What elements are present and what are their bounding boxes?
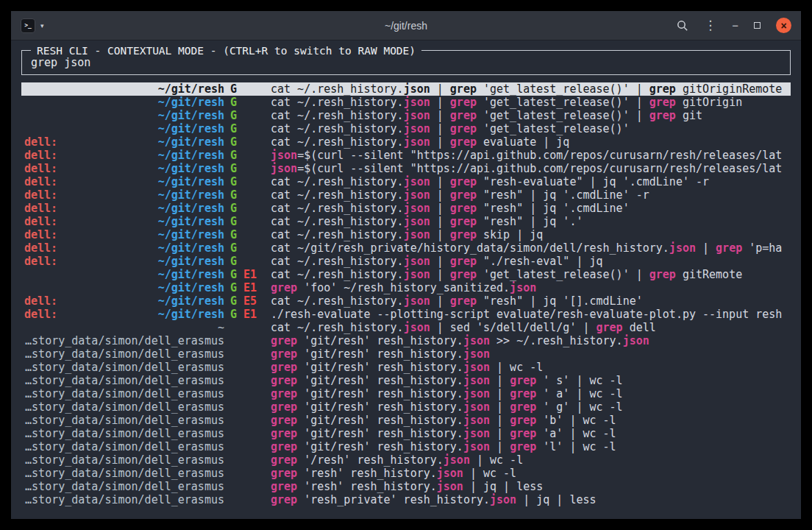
directory-path: ~/git/resh <box>158 82 224 96</box>
terminal-window: >_ ▾ ~/git/resh ⋮ − × <box>11 11 801 519</box>
directory-path: ~/git/resh <box>158 294 224 308</box>
history-row[interactable]: ~/git/reshG E1grep 'foo' ~/resh_history_… <box>21 281 791 294</box>
new-terminal-button[interactable]: >_ ▾ <box>21 18 44 33</box>
history-row[interactable]: …story_data/simon/dell_erasmusgrep 'git/… <box>21 400 791 414</box>
command-text: cat ~/.resh_history.json | grep "resh-ev… <box>271 175 788 188</box>
history-row[interactable]: dell:~/git/reshGcat ~/.resh_history.json… <box>21 202 791 215</box>
command-text: cat ~/.resh_history.json | grep 'get_lat… <box>271 109 788 122</box>
status-flags: G <box>230 135 263 149</box>
history-row[interactable]: ~/git/reshG E1cat ~/.resh_history.json |… <box>21 268 791 281</box>
history-row[interactable]: ~cat ~/.resh_history.json | sed 's/dell/… <box>21 321 791 334</box>
history-row[interactable]: dell:~/git/reshGcat ~/.resh_history.json… <box>21 215 791 228</box>
directory-path: ~/git/resh <box>158 215 224 228</box>
directory-path: …story_data/simon/dell_erasmus <box>25 400 224 414</box>
history-row[interactable]: dell:~/git/reshGjson=$(curl --silent "ht… <box>21 149 791 162</box>
directory-path: ~/git/resh <box>158 255 224 268</box>
directory-path: ~/git/resh <box>158 188 224 202</box>
directory-path: ~/git/resh <box>158 228 224 241</box>
directory-path: …story_data/simon/dell_erasmus <box>25 493 224 506</box>
context-cell: dell:~/git/resh <box>24 135 224 149</box>
history-row[interactable]: dell:~/git/reshGcat ~/.resh_history.json… <box>21 255 791 268</box>
search-button[interactable] <box>677 20 688 32</box>
context-cell: …story_data/simon/dell_erasmus <box>24 347 224 361</box>
status-flags: G <box>230 162 263 175</box>
context-cell: dell:~/git/resh <box>24 294 224 308</box>
history-row[interactable]: dell:~/git/reshGcat ~/git/resh_private/h… <box>21 241 791 255</box>
history-row[interactable]: ~/git/reshGcat ~/.resh_history.json | gr… <box>21 122 791 135</box>
context-cell: …story_data/simon/dell_erasmus <box>24 387 224 400</box>
command-text: grep 'resh' resh_history.json | wc -l <box>271 467 788 480</box>
history-row[interactable]: …story_data/simon/dell_erasmusgrep 'git/… <box>21 334 791 347</box>
history-row[interactable]: …story_data/simon/dell_erasmusgrep 'git/… <box>21 361 791 374</box>
directory-path: …story_data/simon/dell_erasmus <box>25 387 224 400</box>
history-row[interactable]: dell:~/git/reshGcat ~/.resh_history.json… <box>21 135 791 149</box>
context-cell: ~/git/resh <box>24 122 224 135</box>
context-cell: …story_data/simon/dell_erasmus <box>24 374 224 387</box>
history-row[interactable]: ~/git/reshGcat ~/.resh_history.json | gr… <box>21 96 791 109</box>
titlebar[interactable]: >_ ▾ ~/git/resh ⋮ − × <box>11 11 801 40</box>
history-row[interactable]: …story_data/simon/dell_erasmusgrep 'git/… <box>21 427 791 440</box>
history-row[interactable]: dell:~/git/reshGcat ~/.resh_history.json… <box>21 228 791 241</box>
context-cell: …story_data/simon/dell_erasmus <box>24 400 224 414</box>
menu-button[interactable]: ⋮ <box>704 19 716 32</box>
history-row[interactable]: …story_data/simon/dell_erasmusgrep 'git/… <box>21 414 791 427</box>
command-text: cat ~/.resh_history.json | grep "resh" |… <box>271 202 788 215</box>
context-cell: dell:~/git/resh <box>24 175 224 188</box>
history-row[interactable]: …story_data/simon/dell_erasmusgrep 'git/… <box>21 374 791 387</box>
history-row[interactable]: ~/git/reshGcat ~/.resh_history.json | gr… <box>21 109 791 122</box>
context-cell: …story_data/simon/dell_erasmus <box>24 453 224 467</box>
command-text: grep 'git/resh' resh_history.json | grep… <box>271 400 788 414</box>
context-cell: …story_data/simon/dell_erasmus <box>24 414 224 427</box>
status-flags: G <box>230 175 263 188</box>
context-cell: ~ <box>24 321 224 334</box>
context-cell: …story_data/simon/dell_erasmus <box>24 427 224 440</box>
close-button[interactable]: × <box>776 18 791 33</box>
command-text: cat ~/.resh_history.json | grep 'get_lat… <box>271 82 788 96</box>
context-cell: dell:~/git/resh <box>24 215 224 228</box>
command-text: grep 'git/resh' resh_history.json | grep… <box>271 414 788 427</box>
minimize-button[interactable]: − <box>732 20 738 31</box>
history-row[interactable]: dell:~/git/reshGcat ~/.resh_history.json… <box>21 175 791 188</box>
restore-button[interactable] <box>754 22 761 29</box>
host-label: dell: <box>24 215 57 228</box>
status-flags: G E1 <box>230 268 263 281</box>
history-row[interactable]: …story_data/simon/dell_erasmusgrep 'resh… <box>21 493 791 506</box>
command-text: cat ~/git/resh_private/history_data/simo… <box>271 241 788 255</box>
close-icon: × <box>780 20 786 32</box>
history-row[interactable]: dell:~/git/reshGcat ~/.resh_history.json… <box>21 188 791 202</box>
history-row[interactable]: …story_data/simon/dell_erasmusgrep 'git/… <box>21 440 791 453</box>
history-row[interactable]: ~/git/reshGcat ~/.resh_history.json | gr… <box>21 82 791 96</box>
directory-path: ~/git/resh <box>158 202 224 215</box>
history-row[interactable]: dell:~/git/reshGjson=$(curl --silent "ht… <box>21 162 791 175</box>
command-text: grep 'git/resh' resh_history.json | grep… <box>271 427 788 440</box>
history-row[interactable]: …story_data/simon/dell_erasmusgrep 'resh… <box>21 480 791 493</box>
status-flags: G <box>230 188 263 202</box>
context-cell: …story_data/simon/dell_erasmus <box>24 493 224 506</box>
history-row[interactable]: …story_data/simon/dell_erasmusgrep '/res… <box>21 453 791 467</box>
context-cell: …story_data/simon/dell_erasmus <box>24 440 224 453</box>
directory-path: ~/git/resh <box>158 122 224 135</box>
search-query-input[interactable]: grep json <box>31 57 781 69</box>
command-text: grep 'git/resh' resh_history.json <box>271 347 788 361</box>
history-row[interactable]: …story_data/simon/dell_erasmusgrep 'git/… <box>21 387 791 400</box>
directory-path: ~/git/resh <box>158 162 224 175</box>
directory-path: ~ <box>218 321 224 334</box>
restore-icon <box>754 22 761 29</box>
history-row[interactable]: dell:~/git/reshG E5cat ~/.resh_history.j… <box>21 294 791 308</box>
status-flags: G <box>230 122 263 135</box>
context-cell: ~/git/resh <box>24 268 224 281</box>
context-cell: dell:~/git/resh <box>24 202 224 215</box>
directory-path: …story_data/simon/dell_erasmus <box>25 414 224 427</box>
resh-mode-title: RESH CLI - CONTEXTUAL MODE - (CTRL+R to … <box>31 44 421 57</box>
history-row[interactable]: dell:~/git/reshG E1./resh-evaluate --plo… <box>21 308 791 321</box>
history-row[interactable]: …story_data/simon/dell_erasmusgrep 'git/… <box>21 347 791 361</box>
context-cell: ~/git/resh <box>24 82 224 96</box>
command-text: grep 'git/resh' resh_history.json >> ~/.… <box>271 334 788 347</box>
status-flags: G <box>230 82 263 96</box>
history-list: ~/git/reshGcat ~/.resh_history.json | gr… <box>21 82 791 506</box>
context-cell: …story_data/simon/dell_erasmus <box>24 361 224 374</box>
status-flags: G E5 <box>230 294 263 308</box>
history-row[interactable]: …story_data/simon/dell_erasmusgrep 'resh… <box>21 467 791 480</box>
context-cell: …story_data/simon/dell_erasmus <box>24 480 224 493</box>
status-flags: G <box>230 109 263 122</box>
